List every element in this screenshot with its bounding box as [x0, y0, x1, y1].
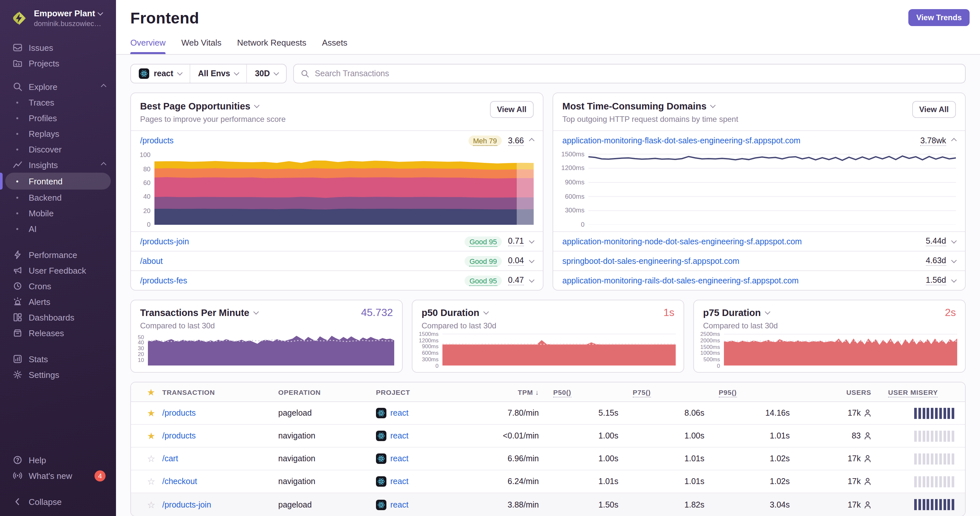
domain-link[interactable]: springboot-dot-sales-engineering-sf.apps… — [562, 256, 739, 265]
sidebar-item-traces[interactable]: Traces — [5, 94, 111, 110]
expand-chevron-icon[interactable] — [951, 238, 957, 243]
sidebar-item-discover[interactable]: Discover — [5, 141, 111, 157]
chevron-up-icon[interactable] — [101, 162, 107, 168]
p75-chart[interactable]: 2500ms2000ms1500ms1000ms500ms0 — [694, 330, 965, 365]
col-users[interactable]: USERS — [790, 388, 871, 396]
transaction-link[interactable]: /products — [162, 408, 278, 418]
view-trends-button[interactable]: View Trends — [908, 9, 970, 26]
table-row[interactable]: ☆ /products-join pageload react 3.88/min… — [131, 493, 965, 516]
page-link[interactable]: /products-fes — [140, 276, 187, 285]
sidebar-item-projects[interactable]: Projects — [5, 56, 111, 71]
col-p95[interactable]: P95() — [705, 388, 790, 396]
opportunity-row[interactable]: /about Good 99 0.04 — [131, 251, 543, 270]
chevron-down-icon[interactable] — [254, 103, 260, 108]
search-input[interactable] — [315, 69, 958, 78]
sidebar-item-alerts[interactable]: Alerts — [5, 294, 111, 310]
sidebar-item-settings[interactable]: Settings — [5, 367, 111, 383]
opportunity-row[interactable]: /products-join Good 95 0.71 — [131, 232, 543, 251]
col-p75[interactable]: P75() — [618, 388, 705, 396]
sidebar-item-releases[interactable]: Releases — [5, 325, 111, 341]
chevron-up-icon[interactable] — [101, 84, 107, 90]
project-filter[interactable]: react — [131, 65, 189, 83]
chevron-down-icon[interactable] — [765, 309, 770, 315]
sidebar-item-whats-new[interactable]: What's new 4 — [5, 468, 111, 483]
domain-time-line-chart[interactable]: 1500ms1200ms900ms600ms300ms0 — [553, 151, 965, 231]
chevron-down-icon[interactable] — [483, 309, 489, 315]
expand-chevron-icon[interactable] — [529, 138, 535, 144]
col-tpm-sorted[interactable]: TPM ↓ — [479, 388, 539, 396]
expand-chevron-icon[interactable] — [951, 277, 957, 283]
page-link[interactable]: /about — [140, 256, 163, 265]
sidebar-item-stats[interactable]: Stats — [5, 351, 111, 367]
table-row[interactable]: ☆ /checkout navigation react 6.24/min 1.… — [131, 470, 965, 493]
view-all-button[interactable]: View All — [912, 101, 956, 118]
sidebar-item-issues[interactable]: Issues — [5, 40, 111, 56]
transaction-link[interactable]: /products-join — [162, 500, 278, 509]
sidebar-item-performance[interactable]: Performance — [5, 247, 111, 262]
org-switcher[interactable]: Empower Plant dominik.buszowiec… — [5, 0, 111, 28]
tab-web-vitals[interactable]: Web Vitals — [181, 38, 221, 54]
col-transaction[interactable]: TRANSACTION — [162, 388, 278, 396]
domain-row[interactable]: application-monitoring-flask-dot-sales-e… — [553, 131, 965, 151]
expand-chevron-icon[interactable] — [951, 138, 957, 144]
transaction-link[interactable]: /cart — [162, 454, 278, 463]
tpm-chart[interactable]: 5040302010 — [131, 330, 402, 365]
tab-overview[interactable]: Overview — [130, 38, 165, 54]
sidebar-item-ai[interactable]: AI — [5, 221, 111, 237]
project-cell[interactable]: react — [376, 431, 479, 441]
chevron-down-icon[interactable] — [253, 309, 259, 315]
project-cell[interactable]: react — [376, 454, 479, 464]
sidebar-item-user-feedback[interactable]: User Feedback — [5, 262, 111, 278]
page-link[interactable]: /products-join — [140, 237, 189, 246]
page-score-stacked-chart[interactable]: 100806040200 — [131, 151, 543, 231]
domain-link[interactable]: application-monitoring-flask-dot-sales-e… — [562, 136, 800, 145]
favorite-star-icon[interactable]: ★ — [140, 408, 162, 418]
search-transactions-box[interactable] — [293, 64, 966, 83]
tab-network-requests[interactable]: Network Requests — [237, 38, 306, 54]
table-row[interactable]: ★ /products navigation react <0.01/min 1… — [131, 425, 965, 448]
opportunity-row[interactable]: /products-fes Good 95 0.47 — [131, 271, 543, 290]
chevron-down-icon[interactable] — [710, 103, 716, 108]
page-link[interactable]: /products — [140, 136, 173, 145]
col-project[interactable]: PROJECT — [376, 388, 479, 396]
view-all-button[interactable]: View All — [490, 101, 534, 118]
expand-chevron-icon[interactable] — [529, 277, 535, 283]
favorite-star-icon[interactable]: ★ — [140, 431, 162, 441]
sidebar-item-frontend[interactable]: Frontend — [5, 173, 111, 190]
sidebar-item-insights[interactable]: Insights — [5, 157, 111, 173]
sidebar-item-profiles[interactable]: Profiles — [5, 110, 111, 126]
favorite-star-icon[interactable]: ☆ — [140, 454, 162, 464]
project-cell[interactable]: react — [376, 408, 479, 418]
p50-chart[interactable]: 1500ms1200ms900ms600ms300ms0 — [412, 330, 684, 365]
environment-filter[interactable]: All Envs — [189, 65, 247, 83]
project-cell[interactable]: react — [376, 476, 479, 487]
domain-row[interactable]: application-monitoring-node-dot-sales-en… — [553, 232, 965, 251]
project-cell[interactable]: react — [376, 499, 479, 510]
transaction-link[interactable]: /products — [162, 431, 278, 440]
domain-link[interactable]: application-monitoring-node-dot-sales-en… — [562, 237, 802, 246]
expand-chevron-icon[interactable] — [529, 238, 535, 243]
sidebar-item-replays[interactable]: Replays — [5, 126, 111, 141]
date-range-filter[interactable]: 30D — [246, 65, 286, 83]
table-row[interactable]: ★ /products pageload react 7.80/min 5.15… — [131, 402, 965, 425]
sidebar-item-explore[interactable]: Explore — [5, 79, 111, 94]
domain-link[interactable]: application-monitoring-rails-dot-sales-e… — [562, 276, 799, 285]
table-row[interactable]: ☆ /cart navigation react 6.96/min 1.00s … — [131, 448, 965, 470]
sidebar-item-crons[interactable]: Crons — [5, 278, 111, 294]
transaction-link[interactable]: /checkout — [162, 477, 278, 486]
sidebar-item-mobile[interactable]: Mobile — [5, 205, 111, 221]
sidebar-collapse-button[interactable]: Collapse — [5, 494, 111, 510]
domain-row[interactable]: application-monitoring-rails-dot-sales-e… — [553, 271, 965, 290]
sidebar-item-backend[interactable]: Backend — [5, 190, 111, 205]
domain-row[interactable]: springboot-dot-sales-engineering-sf.apps… — [553, 251, 965, 270]
col-operation[interactable]: OPERATION — [278, 388, 376, 396]
opportunity-row[interactable]: /products Meh 79 3.66 — [131, 131, 543, 151]
col-p50[interactable]: P50() — [539, 388, 618, 396]
sidebar-item-dashboards[interactable]: Dashboards — [5, 310, 111, 325]
favorite-star-icon[interactable]: ☆ — [140, 476, 162, 487]
tab-assets[interactable]: Assets — [322, 38, 347, 54]
sidebar-item-help[interactable]: Help — [5, 452, 111, 468]
expand-chevron-icon[interactable] — [951, 257, 957, 263]
expand-chevron-icon[interactable] — [529, 257, 535, 263]
favorite-star-icon[interactable]: ☆ — [140, 499, 162, 510]
